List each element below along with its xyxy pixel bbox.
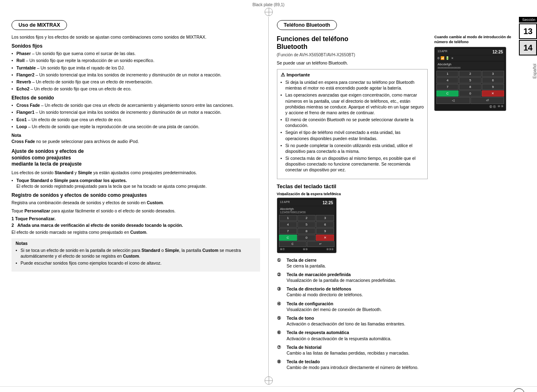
list-item: Flanger2 – Un sonido torrencial que imit… [12,72,260,78]
importante-heading: ⚠ Importante [281,72,424,78]
efectos-sonido-heading: Efectos de sonido [12,95,260,101]
right-section-title-box: Teléfono Bluetooth [277,20,513,30]
list-item: Loop – Un efecto de sonido que repite la… [12,124,260,129]
features-list: ① Tecla de cierreSe cierra la pantalla. … [277,257,428,371]
feature-item: ⑤ Tecla de tonoActivación o desactivació… [277,315,428,327]
seccion-label: Sección [519,17,537,23]
importante-box: ⚠ Importante Si deja la unidad en espera… [277,69,428,179]
list-item: Flanger1 – Un sonido torrencial que imit… [12,109,260,115]
espanol-label: Español [531,64,537,78]
sonidos-fijos-list: Phaser – Un sonido fijo que suena como e… [12,51,260,92]
list-item: Si no puede completar la conexión utiliz… [281,143,424,154]
ajuste-heading: Ajuste de sonidos y efectos desonidos co… [12,148,260,168]
ajuste-para: Los efectos de sonido Standard y Simple … [12,170,260,175]
page-number-circle: 89 [513,388,525,392]
nota-heading: Nota [12,133,260,138]
right-text-area: Funciones del teléfonoBluetooth (Función… [277,35,428,373]
footer-right: Es 89 [506,388,525,392]
funciones-heading: Funciones del teléfonoBluetooth [277,35,428,51]
toque-personalizar: Toque Personalizar para ajustar fácilmen… [12,208,260,214]
list-item: Según el tipo de teléfono móvil conectad… [281,129,424,141]
notas-box: Notas Si se toca un efecto de sonido en … [12,238,260,272]
feature-item: ① Tecla de cierreSe cierra la pantalla. [277,257,428,269]
nota-text: Cross Fade no se puede seleccionar para … [12,138,260,144]
left-section-title-box: Uso de MIXTRAX [12,20,260,34]
list-item: Las operaciones avanzadas que exigen con… [281,92,424,115]
list-item: El menú de conexión Bluetooth no se pued… [281,117,424,128]
list-item: Eco1 – Un efecto de sonido que crea un e… [12,117,260,122]
footer: <CRD4760-A>89 Es 89 [0,386,537,392]
step1: 1 Toque Personalizar. [12,216,260,221]
feature-item: ⑦ Tecla de historialCambio a las listas … [277,344,428,356]
right-diagram-panel: Cuando cambie al modo de introducción de… [434,35,512,373]
step2-para: El efecto de sonido marcado se registra … [12,229,260,235]
left-intro: Los sonidos fijos y los efectos de sonid… [12,34,260,40]
list-item: Turntable – Un sonido fijo que imita el … [12,65,260,71]
right-section-box: Teléfono Bluetooth [277,20,337,30]
section-num-14: 14 [519,40,537,55]
tactil-area: Visualización de la espera telefónica 13… [277,192,428,253]
left-column: Uso de MIXTRAX Los sonidos fijos y los e… [0,17,269,376]
plate-label: Black plate (89,1) [253,2,285,7]
tactil-phone: 13 APR12:25 Abcdefgh 1234567890123456 1 … [277,198,336,253]
list-item: Cross Fade – Un efecto de sonido que cre… [12,102,260,108]
right-content: Funciones del teléfonoBluetooth (Función… [277,35,513,373]
list-item: Si conecta más de un dispositivo al mism… [281,155,424,173]
efectos-list: Cross Fade – Un efecto de sonido que cre… [12,102,260,129]
efectos-sonido-section: Efectos de sonido Cross Fade – Un efecto… [12,95,260,129]
list-item: Reverb – Un efecto de sonido fijo que cr… [12,79,260,85]
notas-heading: Notas [16,241,256,246]
list-item: Si deja la unidad en espera para conecta… [281,79,424,91]
feature-item: ② Tecla de marcación predefinidaVisualiz… [277,272,428,283]
funciones-para: Se puede usar un teléfono Bluetooth. [277,60,428,66]
nota-section: Nota Cross Fade no se puede seleccionar … [12,133,260,144]
funciones-sub: (Función de AVH-X5650BT/AVH-X2650BT) [277,52,428,58]
list-item: Echo2 – Un efecto de sonido fijo que cre… [12,86,260,92]
crosshair-top [0,8,537,16]
list-item: Roll – Un sonido fijo que repite la repr… [12,58,260,63]
feature-item: ⑥ Tecla de respuesta automáticaActivació… [277,330,428,341]
section-num-13: 13 [519,23,537,39]
list-item: Puede escuchar sonidos fijos como ejempl… [16,260,256,266]
sonidos-fijos-section: Sonidos fijos Phaser – Un sonido fijo qu… [12,43,260,92]
crosshair-bottom [0,376,537,385]
diagram-caption: Cuando cambie al modo de introducción de… [434,35,512,44]
teclas-heading: Teclas del teclado táctil [277,183,428,189]
ajuste-section: Ajuste de sonidos y efectos desonidos co… [12,148,260,272]
section-badges: Sección 13 14 Español [519,17,537,78]
list-item: Si se toca un efecto de sonido en la pan… [16,247,256,259]
top-bar: Black plate (89,1) [0,0,537,8]
registro-para: Registra una combinación deseada de soni… [12,200,260,205]
list-item: Phaser – Un sonido fijo que suena como e… [12,51,260,56]
tactil-phone-container: Visualización de la espera telefónica 13… [277,192,341,253]
importante-list: Si deja la unidad en espera para conecta… [281,79,424,173]
notas-list: Si se toca un efecto de sonido en la pan… [16,247,256,266]
right-column: Sección 13 14 Español Teléfono Bluetooth… [269,17,537,376]
toque-bullet: Toque Standard o Simple para comprobar l… [12,178,260,189]
list-item: Toque Standard o Simple para comprobar l… [12,178,260,189]
feature-item: ④ Tecla de configuraciónVisualización de… [277,301,428,312]
main-layout: Uso de MIXTRAX Los sonidos fijos y los e… [0,17,537,376]
sonidos-fijos-heading: Sonidos fijos [12,43,260,49]
left-section-box: Uso de MIXTRAX [12,20,67,30]
importante-icon: ⚠ [281,72,285,78]
phone-diagram: 13 APR12:25 0 📶 🔋 ✕ Abcdefgh xxxxxxxxxxx… [434,47,506,111]
feature-item: ⑧ Tecla de tecladoCambio de modo para in… [277,359,428,370]
step2: 2 Añada una marca de verificación al efe… [12,223,260,228]
feature-item: ③ Tecla de directorio de teléfonosCambio… [277,286,428,297]
registro-heading: Registro de sonidos y efectos de sonido … [12,192,260,198]
